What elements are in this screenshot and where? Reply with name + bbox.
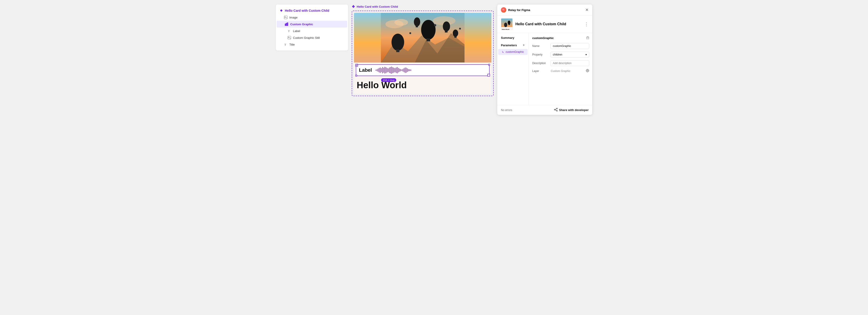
svg-point-15 [392, 34, 404, 51]
waveform-bar [391, 67, 392, 74]
close-button[interactable]: ✕ [585, 8, 589, 12]
description-field-row: Description [532, 60, 589, 66]
tree-item-label[interactable]: T Label [276, 28, 348, 34]
svg-rect-2 [285, 24, 286, 26]
waveform-bar [390, 67, 391, 73]
svg-point-25 [434, 24, 436, 26]
waveform-bar [382, 67, 383, 73]
description-label: Description [532, 62, 550, 65]
waveform-bar [388, 68, 389, 72]
right-col-header: customGraphic [532, 36, 589, 40]
more-options-button[interactable]: ⋮ [584, 22, 589, 27]
svg-rect-18 [427, 38, 430, 41]
summary-header: Summary [497, 33, 528, 41]
image-svg [354, 13, 491, 63]
waveform [375, 67, 487, 74]
label-text: Label [359, 67, 372, 73]
panel-body: Summary Parameters + ↳ customGraphic cus… [497, 33, 592, 105]
relay-logo [501, 7, 506, 13]
svg-point-23 [453, 30, 458, 37]
waveform-bar [375, 70, 376, 71]
bar-chart-icon [285, 22, 288, 26]
target-layer-button[interactable] [586, 69, 589, 73]
text-icon: T [287, 29, 291, 33]
svg-rect-6 [288, 36, 291, 39]
svg-text:T: T [288, 30, 290, 33]
center-panel: ❖ Hello Card with Custom Child [352, 4, 494, 96]
panel-left-column: Summary Parameters + ↳ customGraphic [497, 33, 529, 105]
hello-world-row: 216 × Hug Hello World [354, 78, 491, 94]
svg-rect-0 [284, 16, 287, 19]
waveform-bar [406, 68, 407, 73]
waveform-bar [397, 67, 398, 73]
waveform-bar [403, 69, 403, 72]
svg-point-29 [502, 9, 504, 10]
tree-item-image-label: Image [289, 16, 298, 19]
handle-tl [355, 64, 357, 66]
image-icon-2 [287, 36, 291, 39]
param-arrow-icon: ↳ [502, 50, 504, 54]
svg-point-48 [554, 109, 555, 110]
name-label: Name [532, 44, 550, 47]
handle-bl [355, 75, 357, 76]
layer-field-row: Layer Custom Graphic [532, 69, 589, 73]
parameters-label: Parameters [501, 43, 517, 47]
tree-item-label-label: Label [293, 29, 300, 33]
name-input[interactable] [550, 43, 589, 49]
left-panel: ❖ Hello Card with Custom Child Image [276, 4, 348, 50]
component-name: Hello Card with Custom Child [515, 22, 581, 26]
panel-header: Relay for Figma ✕ [497, 4, 592, 15]
waveform-bar [384, 67, 385, 74]
size-badge: 216 × Hug [381, 78, 396, 82]
tree-item-custom-graphic[interactable]: Custom Graphic [277, 21, 347, 28]
svg-line-50 [555, 109, 557, 109]
property-value: children [553, 53, 562, 56]
waveform-bar [409, 69, 410, 71]
waveform-bar [394, 68, 394, 73]
waveform-bar [401, 70, 402, 71]
waveform-bar [393, 67, 393, 73]
svg-rect-4 [287, 23, 288, 26]
card-image [354, 13, 491, 63]
svg-point-17 [421, 20, 436, 40]
waveform-bar [398, 68, 399, 72]
description-input[interactable] [550, 60, 589, 66]
svg-point-31 [504, 23, 507, 27]
svg-text:T: T [284, 43, 286, 46]
tree-item-custom-graphic-still[interactable]: Custom Graphic Still [276, 34, 348, 41]
share-button-label: Share with developer [559, 108, 589, 112]
svg-rect-22 [445, 31, 447, 33]
svg-point-32 [508, 21, 510, 25]
image-icon [284, 15, 287, 19]
panel-right-column: customGraphic Name [529, 33, 592, 105]
tree-item-image[interactable]: Image [276, 14, 348, 21]
waveform-bar [383, 68, 384, 73]
svg-point-42 [587, 70, 588, 71]
waveform-bar [395, 68, 395, 72]
handle-tr [488, 64, 490, 66]
waveform-bar [385, 67, 386, 73]
tree-root-item[interactable]: ❖ Hello Card with Custom Child [276, 7, 348, 14]
delete-parameter-button[interactable] [586, 36, 589, 40]
tree-item-title[interactable]: T Title [276, 41, 348, 48]
svg-point-28 [502, 8, 505, 11]
add-parameter-button[interactable]: + [523, 43, 525, 47]
canvas-title: Hello Card with Custom Child [357, 5, 398, 8]
component-thumbnail: Hello World [501, 18, 513, 30]
share-with-developer-button[interactable]: Share with developer [554, 108, 589, 112]
name-field-row: Name [532, 43, 589, 49]
waveform-bar [378, 69, 378, 72]
svg-point-47 [557, 108, 557, 109]
waveform-bar [404, 68, 404, 72]
right-col-title: customGraphic [532, 36, 584, 40]
param-item[interactable]: ↳ customGraphic [498, 49, 528, 55]
thumbnail-svg: Hello World [501, 19, 513, 30]
property-select[interactable]: children ▾ [550, 52, 589, 58]
waveform-bar [387, 68, 388, 72]
tree-item-custom-graphic-label: Custom Graphic [290, 23, 313, 26]
relay-icon [502, 8, 505, 11]
svg-point-1 [285, 16, 285, 17]
waveform-bar [379, 68, 379, 72]
waveform-bar [407, 68, 408, 72]
waveform-bar [399, 69, 400, 72]
